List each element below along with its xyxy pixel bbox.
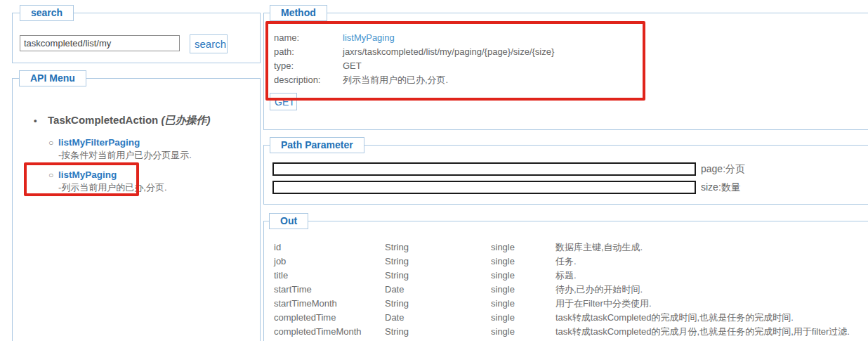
out-field-cardinality: single [491, 311, 555, 325]
out-field-name: startTimeMonth [274, 297, 385, 311]
out-field-cardinality: single [491, 269, 555, 283]
method-row-path: path: jaxrs/taskcompleted/list/my/paging… [274, 45, 554, 59]
out-field-cardinality: single [491, 297, 555, 311]
method-row-name: name: listMyPaging [274, 31, 554, 45]
search-button[interactable]: search [190, 34, 228, 53]
menu-group-name: TaskCompletedAction [48, 114, 158, 126]
method-path-value: jaxrs/taskcompleted/list/my/paging/{page… [343, 45, 554, 59]
method-row-label: description: [274, 73, 343, 87]
menu-item-label: listMyFilterPaging [58, 137, 140, 148]
out-field-type: String [385, 297, 491, 311]
search-panel: search search [12, 13, 261, 63]
param-input-size[interactable] [272, 181, 696, 194]
method-name-link[interactable]: listMyPaging [343, 31, 395, 45]
out-field-cardinality: single [491, 240, 555, 255]
out-panel: Out id String single 数据库主键,自动生成. job Str… [263, 221, 868, 341]
menu-item-description: -列示当前用户的已办,分页. [58, 181, 167, 194]
out-field-name: id [274, 240, 385, 255]
out-field-description: 标题. [555, 269, 850, 283]
bullet-circle-icon: ○ [48, 170, 58, 180]
out-field-cardinality: single [491, 283, 555, 297]
out-field-type: String [385, 269, 491, 283]
param-input-page[interactable] [272, 162, 696, 176]
menu-item-label: listMyPaging [58, 169, 117, 180]
out-panel-title: Out [269, 213, 308, 229]
method-type-value: GET [343, 59, 362, 73]
param-label-page: page:分页 [701, 163, 745, 176]
bullet-disc-icon: • [34, 115, 48, 126]
out-field-type: String [385, 240, 491, 255]
out-field-name: title [274, 269, 385, 283]
out-field-table: id String single 数据库主键,自动生成. job String … [274, 240, 850, 341]
api-menu-panel: API Menu •TaskCompletedAction (已办操作) ○li… [12, 78, 261, 341]
out-field-cardinality: single [491, 255, 555, 269]
search-input[interactable] [20, 35, 180, 51]
method-detail-rows: name: listMyPaging path: jaxrs/taskcompl… [274, 31, 554, 87]
method-row-label: name: [274, 31, 343, 45]
path-parameter-panel-title: Path Parameter [270, 137, 364, 153]
out-field-name: job [274, 255, 385, 269]
method-row-description: description: 列示当前用户的已办,分页. [274, 73, 554, 87]
out-field-description: 任务. [555, 255, 850, 269]
api-menu-panel-title: API Menu [19, 70, 86, 86]
out-field-type: String [385, 325, 491, 339]
out-field-description: 待办,已办的开始时间. [555, 283, 850, 297]
out-field-description: 数据库主键,自动生成. [555, 240, 850, 255]
method-row-type: type: GET [274, 59, 554, 73]
out-field-description: 用于在Filter中分类使用. [555, 297, 850, 311]
method-row-label: type: [274, 59, 343, 73]
api-doc-page: search search API Menu •TaskCompletedAct… [0, 0, 868, 341]
out-field-description: task转成taskCompleted的完成月份,也就是任务的完成时间,用于fi… [555, 325, 850, 339]
bullet-circle-icon: ○ [48, 138, 58, 148]
menu-item-listmyfilterpaging[interactable]: ○listMyFilterPaging [48, 137, 140, 148]
out-field-name: completedTime [274, 311, 385, 325]
menu-item-listmypaging[interactable]: ○listMyPaging [48, 169, 117, 180]
menu-group-suffix: (已办操作) [161, 114, 210, 126]
param-label-size: size:数量 [701, 181, 741, 194]
method-description-value: 列示当前用户的已办,分页. [343, 73, 448, 87]
method-panel-title: Method [270, 5, 327, 21]
method-row-label: path: [274, 45, 343, 59]
out-field-cardinality: single [491, 325, 555, 339]
out-field-name: startTime [274, 283, 385, 297]
param-row-page: page:分页 [272, 162, 745, 176]
out-field-name: completedTimeMonth [274, 325, 385, 339]
invoke-get-button[interactable]: GET [270, 93, 297, 110]
search-panel-title: search [20, 5, 74, 21]
out-field-type: Date [385, 283, 491, 297]
menu-group-taskcompletedaction: •TaskCompletedAction (已办操作) [34, 114, 210, 127]
param-row-size: size:数量 [272, 181, 741, 194]
out-field-description: task转成taskCompleted的完成时间,也就是任务的完成时间. [555, 311, 850, 325]
out-field-type: Date [385, 311, 491, 325]
method-panel: Method name: listMyPaging path: jaxrs/ta… [263, 13, 868, 130]
out-field-type: String [385, 255, 491, 269]
path-parameter-panel: Path Parameter page:分页 size:数量 [263, 145, 868, 205]
menu-item-description: -按条件对当前用户已办分页显示. [58, 149, 192, 162]
